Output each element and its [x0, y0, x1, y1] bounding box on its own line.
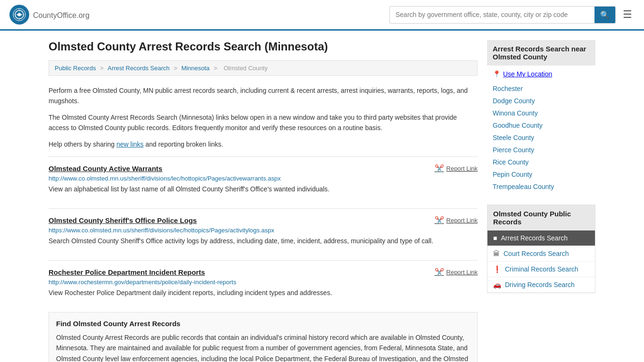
search-bar: 🔍 — [389, 6, 616, 24]
nearby-link-1[interactable]: Dodge County — [493, 97, 535, 105]
logo-area: CountyOffice.org — [9, 5, 90, 25]
record-entry-0: Olmstead County Active Warrants ✂️ Repor… — [49, 164, 478, 194]
nearby-link-item-2: Winona County — [487, 107, 595, 119]
report-link-1[interactable]: ✂️ Report Link — [435, 216, 478, 225]
record-title-1: Olmsted County Sheriff's Office Police L… — [49, 216, 478, 225]
pr-link-0[interactable]: Arrest Records Search — [501, 234, 568, 242]
use-location-link[interactable]: Use My Location — [503, 70, 552, 78]
nearby-header: Arrest Records Search near Olmsted Count… — [487, 40, 595, 66]
nearby-link-item-5: Pierce County — [487, 144, 595, 156]
record-url-0[interactable]: http://www.co.olmsted.mn.us/sheriff/divi… — [49, 175, 478, 182]
nearby-link-item-1: Dodge County — [487, 95, 595, 107]
description-1: Perform a free Olmsted County, MN public… — [49, 85, 478, 107]
breadcrumb-arrest-records[interactable]: Arrest Records Search — [107, 65, 170, 72]
record-link-0[interactable]: Olmstead County Active Warrants — [49, 165, 162, 173]
public-records-section: Olmsted County Public Records ■ Arrest R… — [487, 205, 595, 293]
nearby-link-8[interactable]: Trempealeau County — [493, 183, 554, 190]
nearby-link-7[interactable]: Pepin County — [493, 171, 532, 178]
pr-link-2[interactable]: Criminal Records Search — [505, 265, 578, 273]
use-location-button[interactable]: 📍 Use My Location — [487, 68, 595, 80]
report-link-2[interactable]: ✂️ Report Link — [435, 268, 478, 277]
page-title: Olmsted County Arrest Records Search (Mi… — [49, 40, 478, 53]
nearby-link-item-6: Rice County — [487, 156, 595, 168]
find-title: Find Olmsted County Arrest Records — [56, 320, 470, 328]
record-title-0: Olmstead County Active Warrants ✂️ Repor… — [49, 164, 478, 173]
nearby-section: Arrest Records Search near Olmsted Count… — [487, 40, 595, 195]
pr-icon-2: ❗ — [493, 265, 501, 273]
breadcrumb: Public Records > Arrest Records Search >… — [49, 60, 478, 76]
nearby-link-4[interactable]: Steele County — [493, 134, 534, 141]
pr-icon-1: 🏛 — [493, 250, 500, 257]
pr-link-1[interactable]: Court Records Search — [504, 250, 569, 257]
record-title-2: Rochester Police Department Incident Rep… — [49, 268, 478, 277]
search-input[interactable] — [390, 7, 594, 22]
pr-link-3[interactable]: Driving Records Search — [505, 281, 575, 288]
record-desc-2: View Rochester Police Department daily i… — [49, 288, 478, 298]
header-right: 🔍 ☰ — [389, 6, 635, 24]
divider-record-0 — [49, 208, 478, 209]
nearby-link-item-4: Steele County — [487, 132, 595, 144]
divider-record-1 — [49, 260, 478, 261]
nearby-link-item-7: Pepin County — [487, 168, 595, 181]
breadcrumb-public-records[interactable]: Public Records — [55, 65, 96, 72]
public-record-item-0[interactable]: ■ Arrest Records Search — [487, 230, 595, 246]
logo-suffix: .org — [76, 11, 90, 19]
record-url-2[interactable]: http://www.rochestermn.gov/departments/p… — [49, 279, 478, 286]
records-container: Olmstead County Active Warrants ✂️ Repor… — [49, 164, 478, 298]
search-button[interactable]: 🔍 — [594, 7, 615, 23]
sidebar: Arrest Records Search near Olmsted Count… — [487, 40, 595, 362]
cross-icon-0: ✂️ — [435, 164, 444, 173]
description-3: Help others by sharing new links and rep… — [49, 139, 478, 149]
pr-icon-0: ■ — [493, 234, 497, 242]
nearby-link-item-8: Trempealeau County — [487, 181, 595, 193]
hamburger-menu-icon[interactable]: ☰ — [620, 6, 635, 23]
cross-icon-1: ✂️ — [435, 216, 444, 225]
record-url-1[interactable]: https://www.co.olmsted.mn.us/sheriff/div… — [49, 227, 478, 234]
record-entry-1: Olmsted County Sheriff's Office Police L… — [49, 216, 478, 246]
logo-icon — [9, 5, 29, 25]
record-entry-2: Rochester Police Department Incident Rep… — [49, 268, 478, 298]
logo-name: CountyOffice — [33, 11, 76, 19]
nearby-link-3[interactable]: Goodhue County — [493, 122, 543, 129]
record-desc-0: View an alphabetical list by last name o… — [49, 184, 478, 194]
description-2: The Olmsted County Arrest Records Search… — [49, 112, 478, 133]
breadcrumb-minnesota[interactable]: Minnesota — [182, 65, 210, 72]
nearby-link-item-0: Rochester — [487, 82, 595, 95]
public-record-item-1[interactable]: 🏛 Court Records Search — [487, 246, 595, 262]
divider-1 — [49, 156, 478, 157]
main-container: Olmsted County Arrest Records Search (Mi… — [39, 31, 605, 362]
logo-text: CountyOffice.org — [33, 9, 90, 20]
nearby-link-6[interactable]: Rice County — [493, 158, 528, 166]
header: CountyOffice.org 🔍 ☰ — [0, 0, 644, 31]
content-area: Olmsted County Arrest Records Search (Mi… — [49, 40, 478, 362]
nearby-link-2[interactable]: Winona County — [493, 109, 538, 117]
cross-icon-2: ✂️ — [435, 268, 444, 277]
nearby-link-item-3: Goodhue County — [487, 119, 595, 132]
public-records-list: ■ Arrest Records Search 🏛 Court Records … — [487, 230, 595, 293]
pr-icon-3: 🚗 — [493, 281, 501, 288]
public-record-item-2[interactable]: ❗ Criminal Records Search — [487, 262, 595, 277]
nearby-link-0[interactable]: Rochester — [493, 85, 523, 92]
record-link-1[interactable]: Olmsted County Sheriff's Office Police L… — [49, 216, 197, 224]
find-section: Find Olmsted County Arrest Records Olmst… — [49, 312, 478, 362]
new-links-link[interactable]: new links — [116, 140, 144, 148]
breadcrumb-current: Olmsted County — [223, 65, 267, 72]
nearby-link-5[interactable]: Pierce County — [493, 146, 534, 154]
report-link-0[interactable]: ✂️ Report Link — [435, 164, 478, 173]
find-description: Olmsted County Arrest Records are public… — [56, 332, 470, 362]
public-records-header: Olmsted County Public Records — [487, 205, 595, 230]
record-desc-1: Search Olmsted County Sheriff's Office a… — [49, 236, 478, 246]
record-link-2[interactable]: Rochester Police Department Incident Rep… — [49, 268, 205, 276]
public-record-item-3[interactable]: 🚗 Driving Records Search — [487, 277, 595, 293]
nearby-links-list: RochesterDodge CountyWinona CountyGoodhu… — [487, 80, 595, 195]
